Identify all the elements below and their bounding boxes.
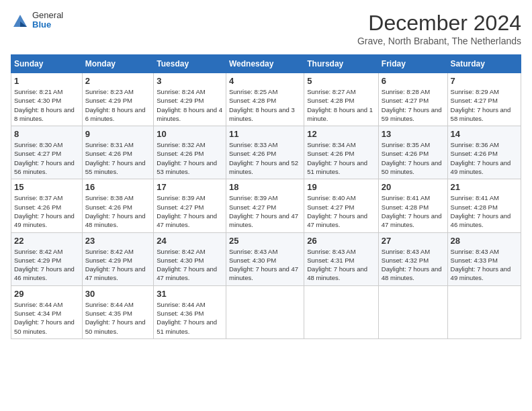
calendar-cell: 1Sunrise: 8:21 AM Sunset: 4:30 PM Daylig… <box>11 73 83 126</box>
calendar-cell: 13Sunrise: 8:35 AM Sunset: 4:26 PM Dayli… <box>378 126 447 179</box>
day-detail: Sunrise: 8:33 AM Sunset: 4:26 PM Dayligh… <box>229 140 301 176</box>
day-number: 10 <box>157 129 223 139</box>
day-detail: Sunrise: 8:42 AM Sunset: 4:29 PM Dayligh… <box>85 247 151 283</box>
day-number: 11 <box>229 129 301 139</box>
logo-blue: Blue <box>32 20 63 30</box>
day-detail: Sunrise: 8:39 AM Sunset: 4:27 PM Dayligh… <box>229 193 301 229</box>
day-number: 27 <box>382 236 445 246</box>
calendar-cell: 22Sunrise: 8:42 AM Sunset: 4:29 PM Dayli… <box>11 232 83 285</box>
calendar-header: SundayMondayTuesdayWednesdayThursdayFrid… <box>11 55 521 73</box>
calendar-cell: 7Sunrise: 8:29 AM Sunset: 4:27 PM Daylig… <box>447 73 521 126</box>
calendar-week-4: 22Sunrise: 8:42 AM Sunset: 4:29 PM Dayli… <box>11 232 521 285</box>
day-detail: Sunrise: 8:35 AM Sunset: 4:26 PM Dayligh… <box>382 140 445 176</box>
logo-text: General Blue <box>32 11 63 30</box>
day-detail: Sunrise: 8:32 AM Sunset: 4:26 PM Dayligh… <box>157 140 223 176</box>
header-cell-saturday: Saturday <box>447 55 521 73</box>
calendar-cell: 5Sunrise: 8:27 AM Sunset: 4:28 PM Daylig… <box>304 73 379 126</box>
day-number: 25 <box>229 236 301 246</box>
header-cell-friday: Friday <box>378 55 447 73</box>
header-cell-tuesday: Tuesday <box>154 55 226 73</box>
day-number: 29 <box>14 289 79 299</box>
day-detail: Sunrise: 8:37 AM Sunset: 4:26 PM Dayligh… <box>14 193 79 229</box>
day-detail: Sunrise: 8:24 AM Sunset: 4:29 PM Dayligh… <box>157 87 223 123</box>
calendar-cell: 18Sunrise: 8:39 AM Sunset: 4:27 PM Dayli… <box>226 179 304 232</box>
calendar-cell: 26Sunrise: 8:43 AM Sunset: 4:31 PM Dayli… <box>304 232 379 285</box>
calendar-body: 1Sunrise: 8:21 AM Sunset: 4:30 PM Daylig… <box>11 73 521 339</box>
day-number: 21 <box>451 182 518 192</box>
calendar-cell <box>447 285 521 338</box>
day-number: 13 <box>382 129 445 139</box>
day-number: 1 <box>14 76 79 86</box>
calendar-cell: 30Sunrise: 8:44 AM Sunset: 4:35 PM Dayli… <box>82 285 154 338</box>
day-detail: Sunrise: 8:42 AM Sunset: 4:30 PM Dayligh… <box>157 247 223 283</box>
day-number: 30 <box>85 289 151 299</box>
logo: General Blue <box>11 11 63 30</box>
calendar-cell: 31Sunrise: 8:44 AM Sunset: 4:36 PM Dayli… <box>154 285 226 338</box>
calendar-cell: 29Sunrise: 8:44 AM Sunset: 4:34 PM Dayli… <box>11 285 83 338</box>
calendar-cell: 25Sunrise: 8:43 AM Sunset: 4:30 PM Dayli… <box>226 232 304 285</box>
day-number: 19 <box>307 182 375 192</box>
day-number: 2 <box>85 76 151 86</box>
day-number: 5 <box>307 76 375 86</box>
calendar-week-2: 8Sunrise: 8:30 AM Sunset: 4:27 PM Daylig… <box>11 126 521 179</box>
header-cell-monday: Monday <box>82 55 154 73</box>
calendar-cell: 12Sunrise: 8:34 AM Sunset: 4:26 PM Dayli… <box>304 126 379 179</box>
day-detail: Sunrise: 8:39 AM Sunset: 4:27 PM Dayligh… <box>157 193 223 229</box>
day-detail: Sunrise: 8:44 AM Sunset: 4:36 PM Dayligh… <box>157 300 223 336</box>
day-number: 18 <box>229 182 301 192</box>
day-number: 17 <box>157 182 223 192</box>
month-title: December 2024 <box>357 11 521 36</box>
day-detail: Sunrise: 8:43 AM Sunset: 4:33 PM Dayligh… <box>451 247 518 283</box>
calendar-cell <box>378 285 447 338</box>
calendar-cell: 23Sunrise: 8:42 AM Sunset: 4:29 PM Dayli… <box>82 232 154 285</box>
calendar-cell: 20Sunrise: 8:41 AM Sunset: 4:28 PM Dayli… <box>378 179 447 232</box>
day-detail: Sunrise: 8:41 AM Sunset: 4:28 PM Dayligh… <box>451 193 518 229</box>
day-number: 4 <box>229 76 301 86</box>
day-number: 28 <box>451 236 518 246</box>
day-number: 7 <box>451 76 518 86</box>
day-detail: Sunrise: 8:31 AM Sunset: 4:26 PM Dayligh… <box>85 140 151 176</box>
calendar-cell: 8Sunrise: 8:30 AM Sunset: 4:27 PM Daylig… <box>11 126 83 179</box>
calendar-cell: 10Sunrise: 8:32 AM Sunset: 4:26 PM Dayli… <box>154 126 226 179</box>
calendar-week-3: 15Sunrise: 8:37 AM Sunset: 4:26 PM Dayli… <box>11 179 521 232</box>
calendar-cell: 24Sunrise: 8:42 AM Sunset: 4:30 PM Dayli… <box>154 232 226 285</box>
day-detail: Sunrise: 8:42 AM Sunset: 4:29 PM Dayligh… <box>14 247 79 283</box>
day-detail: Sunrise: 8:36 AM Sunset: 4:26 PM Dayligh… <box>451 140 518 176</box>
calendar-cell: 3Sunrise: 8:24 AM Sunset: 4:29 PM Daylig… <box>154 73 226 126</box>
header-cell-sunday: Sunday <box>11 55 83 73</box>
calendar-week-5: 29Sunrise: 8:44 AM Sunset: 4:34 PM Dayli… <box>11 285 521 338</box>
day-detail: Sunrise: 8:28 AM Sunset: 4:27 PM Dayligh… <box>382 87 445 123</box>
header-row: SundayMondayTuesdayWednesdayThursdayFrid… <box>11 55 521 73</box>
day-number: 12 <box>307 129 375 139</box>
header-cell-wednesday: Wednesday <box>226 55 304 73</box>
day-number: 23 <box>85 236 151 246</box>
header-cell-thursday: Thursday <box>304 55 379 73</box>
calendar-cell <box>226 285 304 338</box>
day-number: 20 <box>382 182 445 192</box>
calendar-cell: 17Sunrise: 8:39 AM Sunset: 4:27 PM Dayli… <box>154 179 226 232</box>
calendar-cell <box>304 285 379 338</box>
logo-icon <box>11 12 30 28</box>
day-number: 24 <box>157 236 223 246</box>
calendar-cell: 14Sunrise: 8:36 AM Sunset: 4:26 PM Dayli… <box>447 126 521 179</box>
calendar-cell: 9Sunrise: 8:31 AM Sunset: 4:26 PM Daylig… <box>82 126 154 179</box>
day-detail: Sunrise: 8:29 AM Sunset: 4:27 PM Dayligh… <box>451 87 518 123</box>
location-title: Grave, North Brabant, The Netherlands <box>357 36 521 46</box>
calendar-cell: 19Sunrise: 8:40 AM Sunset: 4:27 PM Dayli… <box>304 179 379 232</box>
day-detail: Sunrise: 8:34 AM Sunset: 4:26 PM Dayligh… <box>307 140 375 176</box>
calendar-cell: 28Sunrise: 8:43 AM Sunset: 4:33 PM Dayli… <box>447 232 521 285</box>
calendar-cell: 2Sunrise: 8:23 AM Sunset: 4:29 PM Daylig… <box>82 73 154 126</box>
calendar-table: SundayMondayTuesdayWednesdayThursdayFrid… <box>11 54 521 339</box>
day-detail: Sunrise: 8:43 AM Sunset: 4:31 PM Dayligh… <box>307 247 375 283</box>
day-number: 26 <box>307 236 375 246</box>
day-number: 22 <box>14 236 79 246</box>
calendar-cell: 6Sunrise: 8:28 AM Sunset: 4:27 PM Daylig… <box>378 73 447 126</box>
day-detail: Sunrise: 8:30 AM Sunset: 4:27 PM Dayligh… <box>14 140 79 176</box>
day-detail: Sunrise: 8:43 AM Sunset: 4:30 PM Dayligh… <box>229 247 301 283</box>
day-number: 3 <box>157 76 223 86</box>
calendar-cell: 16Sunrise: 8:38 AM Sunset: 4:26 PM Dayli… <box>82 179 154 232</box>
calendar-cell: 27Sunrise: 8:43 AM Sunset: 4:32 PM Dayli… <box>378 232 447 285</box>
day-number: 14 <box>451 129 518 139</box>
calendar-week-1: 1Sunrise: 8:21 AM Sunset: 4:30 PM Daylig… <box>11 73 521 126</box>
calendar-cell: 15Sunrise: 8:37 AM Sunset: 4:26 PM Dayli… <box>11 179 83 232</box>
